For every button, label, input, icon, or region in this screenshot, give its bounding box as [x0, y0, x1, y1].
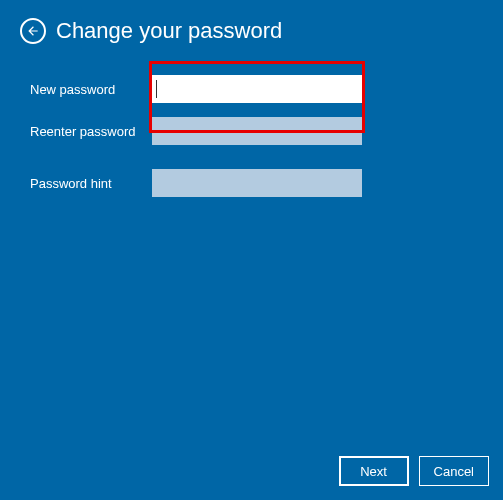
new-password-label: New password — [30, 82, 152, 97]
page-title: Change your password — [56, 18, 282, 44]
change-password-form: New password Reenter password Password h… — [0, 54, 503, 200]
header: Change your password — [0, 0, 503, 54]
cancel-button[interactable]: Cancel — [419, 456, 489, 486]
new-password-input[interactable] — [152, 75, 362, 103]
footer: Next Cancel — [339, 456, 489, 486]
password-hint-row: Password hint — [30, 166, 473, 200]
reenter-password-row: Reenter password — [30, 114, 473, 148]
password-hint-input[interactable] — [152, 169, 362, 197]
back-button[interactable] — [20, 18, 46, 44]
reenter-password-input[interactable] — [152, 117, 362, 145]
new-password-input-wrap — [152, 75, 362, 103]
reenter-password-label: Reenter password — [30, 124, 152, 139]
password-hint-input-wrap — [152, 169, 362, 197]
reenter-password-input-wrap — [152, 117, 362, 145]
arrow-left-icon — [26, 24, 40, 38]
new-password-row: New password — [30, 72, 473, 106]
password-hint-label: Password hint — [30, 176, 152, 191]
text-cursor — [156, 80, 157, 98]
next-button[interactable]: Next — [339, 456, 409, 486]
